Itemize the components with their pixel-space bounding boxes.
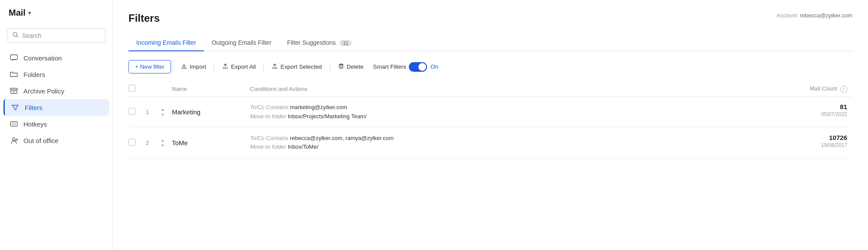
select-all-checkbox[interactable] — [128, 85, 135, 92]
sidebar-item-hotkeys[interactable]: Hotkeys — [3, 116, 109, 132]
export-selected-icon — [272, 63, 278, 70]
row2-condition1: To/Cc Contains rebecca@zylker.com, ramya… — [250, 134, 778, 143]
sidebar-item-label: Hotkeys — [23, 120, 47, 128]
row1-condition1: To/Cc Contains marketing@zylker.com — [250, 103, 778, 112]
tab-outgoing-emails-filter[interactable]: Outgoing Emails Filter — [204, 35, 279, 51]
row1-conditions: To/Cc Contains marketing@zylker.com Move… — [250, 97, 783, 128]
row1-num: 1 — [146, 97, 159, 128]
row1-checkbox[interactable] — [128, 108, 135, 115]
sidebar-item-label: Filters — [25, 104, 43, 111]
row1-count-value: 81 — [783, 103, 847, 110]
col-header-checkbox — [128, 81, 146, 97]
search-icon — [13, 32, 19, 39]
tab-incoming-emails-filter[interactable]: Incoming Emails Filter — [128, 35, 204, 51]
row1-count-date: 05/07/2022 — [783, 111, 847, 117]
row2-num: 2 — [146, 127, 159, 158]
up-arrow-icon[interactable]: ▲ — [161, 138, 165, 143]
svg-line-1 — [17, 36, 18, 37]
hotkeys-icon — [10, 120, 18, 128]
sidebar-item-out-of-office[interactable]: Out of office — [3, 132, 109, 149]
row2-name: ToMe — [172, 127, 250, 158]
row2-mail-count: 10726 19/08/2017 — [783, 127, 852, 158]
import-button[interactable]: Import — [175, 60, 212, 73]
row2-count-value: 10726 — [783, 134, 847, 141]
sidebar: Mail ▾ Search Conversation — [0, 0, 113, 250]
row2-conditions: To/Cc Contains rebecca@zylker.com, ramya… — [250, 127, 783, 158]
svg-rect-2 — [10, 55, 17, 60]
separator — [330, 63, 330, 71]
row1-condition2: Move-to folder Inbox/Projects/Marketing … — [250, 112, 778, 121]
row2-checkbox-cell — [128, 127, 146, 158]
row1-mail-count: 81 05/07/2022 — [783, 97, 852, 128]
sidebar-item-conversation[interactable]: Conversation — [3, 50, 109, 66]
row2-order-arrows[interactable]: ▲ ▼ — [159, 138, 167, 148]
row1-arrows[interactable]: ▲ ▼ — [159, 97, 172, 128]
toggle-knob — [418, 63, 426, 71]
main-content: Filters Account: rebecca@zylker.com Inco… — [113, 0, 868, 250]
app-title-text: Mail — [9, 8, 26, 18]
new-filter-button[interactable]: + New filter — [128, 60, 171, 73]
svg-rect-14 — [339, 65, 343, 68]
search-box[interactable]: Search — [7, 28, 105, 43]
import-icon — [181, 63, 187, 70]
main-header: Filters Account: rebecca@zylker.com — [128, 12, 852, 24]
up-arrow-icon[interactable]: ▲ — [161, 107, 165, 112]
separator — [173, 63, 173, 71]
account-info: Account: rebecca@zylker.com — [776, 12, 852, 19]
row2-count-date: 19/08/2017 — [783, 142, 847, 148]
folders-icon — [10, 70, 18, 78]
smart-filters-toggle[interactable]: On — [409, 62, 438, 72]
sidebar-header: Mail ▾ — [0, 8, 112, 25]
filter-suggestions-badge: 11 — [340, 40, 351, 46]
separator — [214, 63, 214, 71]
sidebar-item-filters[interactable]: Filters — [3, 99, 109, 116]
sidebar-nav: Conversation Folders Archive Policy — [0, 50, 112, 242]
mail-count-info-icon[interactable]: i — [840, 86, 847, 93]
svg-point-10 — [13, 138, 15, 140]
delete-icon — [338, 63, 344, 70]
separator — [263, 63, 264, 71]
page-title: Filters — [128, 12, 160, 24]
row1-order-arrows[interactable]: ▲ ▼ — [159, 107, 167, 117]
table-row: 2 ▲ ▼ ToMe To/Cc Contains rebecca@zylker… — [128, 127, 852, 158]
filters-table: Name Conditions and Actions Mail Count i… — [128, 81, 852, 158]
toolbar: + New filter Import Export All — [128, 60, 852, 73]
search-placeholder: Search — [22, 32, 41, 39]
smart-filters-label: Smart Filters — [373, 63, 407, 70]
row2-checkbox[interactable] — [128, 139, 135, 146]
col-header-mail-count: Mail Count i — [783, 81, 852, 97]
delete-button[interactable]: Delete — [332, 60, 370, 73]
col-header-conditions: Conditions and Actions — [250, 81, 783, 97]
down-arrow-icon[interactable]: ▼ — [161, 143, 165, 148]
account-label: Account: — [776, 12, 799, 19]
account-email: rebecca@zylker.com — [800, 12, 852, 19]
export-all-icon — [222, 63, 228, 70]
export-all-button[interactable]: Export All — [216, 60, 262, 73]
col-header-name: Name — [172, 81, 250, 97]
table-row: 1 ▲ ▼ Marketing To/Cc Contains marketing… — [128, 97, 852, 128]
tab-filter-suggestions[interactable]: Filter Suggestions 11 — [279, 35, 359, 51]
sidebar-item-folders[interactable]: Folders — [3, 66, 109, 83]
out-of-office-icon — [10, 137, 18, 144]
sidebar-item-label: Archive Policy — [23, 87, 64, 95]
archive-icon — [10, 87, 18, 95]
col-header-num — [146, 81, 159, 97]
down-arrow-icon[interactable]: ▼ — [161, 112, 165, 117]
filter-icon — [11, 103, 20, 111]
sidebar-item-label: Out of office — [23, 137, 59, 144]
chevron-down-icon: ▾ — [28, 10, 31, 16]
conversation-icon — [10, 54, 18, 62]
row2-arrows[interactable]: ▲ ▼ — [159, 127, 172, 158]
sidebar-item-archive-policy[interactable]: Archive Policy — [3, 83, 109, 99]
row2-condition2: Move-to folder Inbox/ToMe/ — [250, 143, 778, 152]
toggle-on-label: On — [431, 63, 438, 70]
row1-checkbox-cell — [128, 97, 146, 128]
export-selected-button[interactable]: Export Selected — [266, 60, 328, 73]
sidebar-item-label: Folders — [23, 71, 45, 78]
tabs-bar: Incoming Emails Filter Outgoing Emails F… — [128, 35, 852, 51]
sidebar-item-label: Conversation — [23, 54, 62, 62]
col-header-arrows — [159, 81, 172, 97]
app-title[interactable]: Mail ▾ — [9, 8, 104, 18]
row1-name: Marketing — [172, 97, 250, 128]
toggle-switch[interactable] — [409, 62, 427, 72]
